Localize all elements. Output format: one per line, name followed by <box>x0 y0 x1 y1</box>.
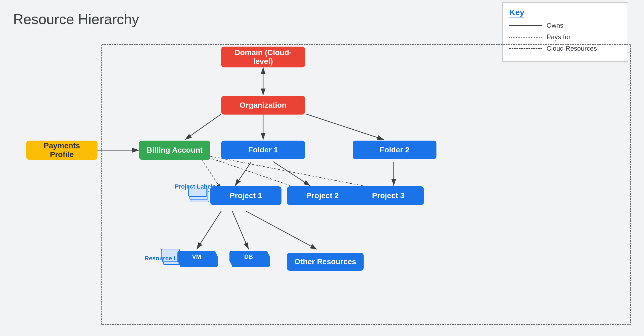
node-other-resources: Other Resources <box>287 253 364 271</box>
page-title: Resource Hierarchy <box>13 11 139 27</box>
node-organization: Organization <box>221 96 305 115</box>
node-project2: Project 2 <box>287 186 358 205</box>
key-label-owns: Owns <box>547 22 563 29</box>
key-line-solid <box>509 25 542 26</box>
node-billing-account: Billing Account <box>139 141 210 160</box>
key-title: Key <box>509 8 524 18</box>
node-project3: Project 3 <box>353 186 424 205</box>
node-domain: Domain (Cloud-level) <box>221 47 305 67</box>
node-project1: Project 1 <box>210 186 281 205</box>
diagram: Domain (Cloud-level) Organization Billin… <box>13 36 631 328</box>
node-folder2: Folder 2 <box>353 141 436 159</box>
node-payments-profile: Payments Profile <box>26 141 97 160</box>
project-labels-label: Project Labels <box>175 183 216 190</box>
db-stack: DB <box>229 251 273 270</box>
key-item-owns: Owns <box>509 22 621 29</box>
vm-stack: VM <box>177 251 221 270</box>
node-folder1: Folder 1 <box>221 141 305 159</box>
